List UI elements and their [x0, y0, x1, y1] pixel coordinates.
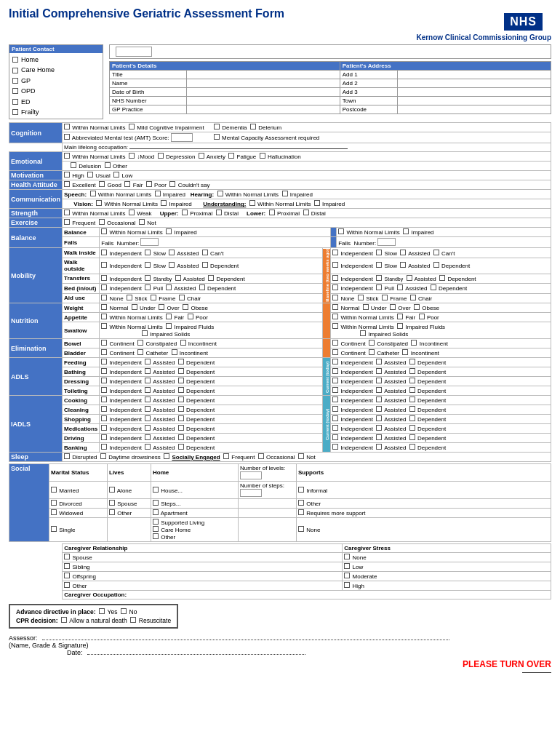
n-ap-fair-cb[interactable]: [166, 314, 172, 319]
i-dr-r-ind-cb[interactable]: [332, 434, 338, 440]
m-aid-st-cb[interactable]: [127, 295, 132, 300]
mci-cb[interactable]: [129, 124, 135, 130]
cg-none-cb[interactable]: [344, 554, 350, 559]
carehome-checkbox[interactable]: [12, 68, 18, 73]
cg-spouse-cb[interactable]: [64, 554, 70, 559]
m-aid-fr-cb[interactable]: [151, 295, 156, 300]
home-checkbox[interactable]: [12, 57, 18, 63]
a-fe-r-dep-cb[interactable]: [409, 359, 415, 364]
a-ba-dep-cb[interactable]: [178, 368, 184, 374]
m-tr-sb-cb[interactable]: [145, 275, 151, 281]
usual-mot-cb[interactable]: [87, 172, 93, 178]
occ-ex-cb[interactable]: [99, 219, 105, 225]
m-bd-r-dep-cb[interactable]: [431, 284, 436, 290]
m-tr-r-sb-cb[interactable]: [376, 275, 382, 281]
single-cb[interactable]: [51, 526, 57, 532]
m-tr-dep-cb[interactable]: [208, 275, 214, 281]
a-fe-as-cb[interactable]: [145, 359, 151, 364]
delerium-cb[interactable]: [250, 124, 256, 130]
m-wo-as-cb[interactable]: [169, 262, 175, 268]
fat-cb[interactable]: [228, 153, 234, 159]
m-bd-r-ind-cb[interactable]: [332, 284, 338, 290]
req-supp-cb[interactable]: [298, 509, 304, 515]
m-wi-sl-cb[interactable]: [145, 250, 151, 255]
m-aid-r-fr-cb[interactable]: [382, 295, 388, 300]
e-bo-r-cont-cb[interactable]: [332, 340, 338, 346]
i-bk-r-dep-cb[interactable]: [409, 444, 415, 450]
e-bo-r-con2-cb[interactable]: [369, 340, 375, 346]
cg-other-cb[interactable]: [64, 582, 70, 588]
wnl-cog-cb[interactable]: [64, 124, 70, 130]
care-home2-cb[interactable]: [153, 526, 159, 532]
a-ba-r-ind-cb[interactable]: [332, 368, 338, 374]
hr-imp-cb[interactable]: [282, 191, 288, 196]
other-home-cb[interactable]: [153, 533, 159, 539]
spouse-cb[interactable]: [109, 500, 115, 506]
e-bo-inc-cb[interactable]: [180, 340, 186, 346]
cg-high-cb[interactable]: [344, 582, 350, 588]
i-co-as-cb[interactable]: [145, 397, 151, 402]
upr-dist-cb[interactable]: [216, 210, 222, 215]
sl-not-cb[interactable]: [298, 453, 304, 459]
title-value[interactable]: [186, 71, 340, 79]
bal-r-wnl-cb[interactable]: [338, 228, 344, 234]
mca-cb[interactable]: [214, 134, 220, 140]
name-value[interactable]: [186, 79, 340, 88]
a-ba-as-cb[interactable]: [145, 368, 151, 374]
other-supp-cb[interactable]: [298, 500, 304, 506]
cnt-ha-cb[interactable]: [169, 181, 175, 187]
e-bl-inc-cb[interactable]: [172, 349, 177, 355]
m-tr-r-dep-cb[interactable]: [439, 275, 445, 281]
m-wi-ca-cb[interactable]: [202, 250, 208, 255]
a-dr-r-ind-cb[interactable]: [332, 378, 338, 383]
add3-value[interactable]: [397, 88, 551, 97]
i-sh-r-ind-cb[interactable]: [332, 415, 338, 421]
informal-cb[interactable]: [298, 487, 304, 493]
cg-mod-cb[interactable]: [344, 573, 350, 578]
a-to-as-cb[interactable]: [145, 387, 151, 393]
other-lives-cb[interactable]: [109, 509, 115, 515]
a-to-ind-cb[interactable]: [101, 387, 107, 393]
m-tr-as-cb[interactable]: [175, 275, 181, 281]
postcode-value[interactable]: [397, 105, 551, 114]
date-line[interactable]: [87, 654, 305, 655]
str-wnl-cb[interactable]: [64, 210, 70, 215]
occupation-line[interactable]: [129, 148, 348, 149]
low-mot-cb[interactable]: [113, 172, 119, 178]
n-wt-norm-cb[interactable]: [101, 304, 107, 310]
steps-input[interactable]: [240, 489, 262, 497]
lwr-dist-cb[interactable]: [303, 210, 309, 215]
freq-ex-cb[interactable]: [64, 219, 70, 225]
i-sh-r-as-cb[interactable]: [376, 415, 382, 421]
m-wo-sl-cb[interactable]: [145, 262, 151, 268]
poor-ha-cb[interactable]: [146, 181, 152, 187]
anx-cb[interactable]: [199, 153, 204, 159]
e-bl-r-cont-cb[interactable]: [332, 349, 338, 355]
falls-num-right-input[interactable]: [377, 238, 396, 246]
i-cl-as-cb[interactable]: [145, 406, 151, 412]
e-bl-cont-cb[interactable]: [101, 349, 107, 355]
i-me-dep-cb[interactable]: [178, 425, 184, 431]
nhs-num-value[interactable]: [186, 97, 340, 105]
town-value[interactable]: [397, 97, 551, 105]
n-wt-r-ob-cb[interactable]: [414, 304, 420, 310]
i-sh-r-dep-cb[interactable]: [409, 415, 415, 421]
cg-sibling-cb[interactable]: [64, 563, 70, 569]
cg-offspring-cb[interactable]: [64, 573, 70, 578]
falls-num-input[interactable]: [140, 238, 159, 246]
m-wo-r-as-cb[interactable]: [400, 262, 406, 268]
sp-imp-cb[interactable]: [155, 191, 161, 196]
e-bo-con2-cb[interactable]: [137, 340, 143, 346]
cg-low-cb[interactable]: [344, 563, 350, 569]
i-co-r-dep-cb[interactable]: [409, 397, 415, 402]
frailty-checkbox[interactable]: [12, 109, 18, 115]
bal-imp-cb[interactable]: [166, 228, 172, 234]
i-cl-r-as-cb[interactable]: [376, 406, 382, 412]
n-ap-r-wnl-cb[interactable]: [332, 314, 338, 319]
str-weak-cb[interactable]: [129, 210, 135, 215]
n-sw-r-ifl-cb[interactable]: [397, 323, 403, 329]
und-wnl-cb[interactable]: [249, 200, 255, 206]
i-dr-r-dep-cb[interactable]: [409, 434, 415, 440]
dob-value[interactable]: [186, 88, 340, 97]
i-cl-ind-cb[interactable]: [101, 406, 107, 412]
